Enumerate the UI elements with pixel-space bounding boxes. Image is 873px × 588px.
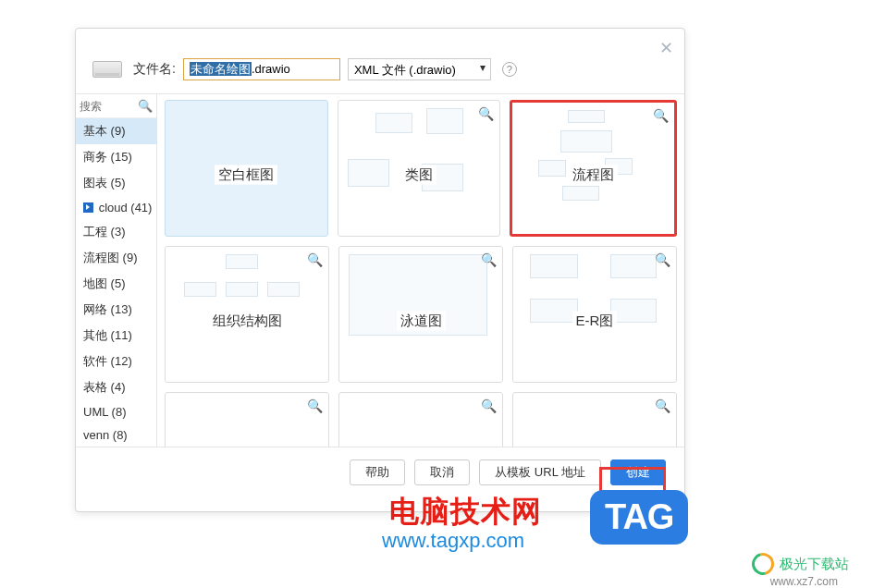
tag-badge: TAG [590,490,688,545]
category-sidebar: 🔍 基本 (9)商务 (15)图表 (5) cloud (41)工程 (3)流程… [76,94,157,447]
zoom-icon[interactable]: 🔍 [481,252,497,267]
dialog-footer: 帮助 取消 从模板 URL 地址 创建 [76,447,684,497]
zoom-icon[interactable]: 🔍 [481,398,497,413]
filename-input[interactable]: 未命名绘图.drawio [183,58,340,80]
template-card[interactable]: 🔍E-R图 [512,246,677,383]
sidebar-item-label: 商务 (15) [83,150,132,164]
template-title: Cross- [571,446,619,447]
template-thumb [175,254,319,349]
template-row: 🔍Sequence🔍Simple🔍Cross- [165,392,677,447]
sidebar-item[interactable]: UML (8) [76,400,156,423]
sidebar-item[interactable]: 图表 (5) [76,170,156,196]
filename-selection: 未命名绘图 [190,62,252,76]
template-title: 类图 [401,165,436,185]
template-row: 空白框图🔍类图🔍流程图 [165,100,677,237]
template-title: 空白框图 [215,165,277,185]
filename-suffix: .drawio [252,62,290,76]
sidebar-item[interactable]: 工程 (3) [76,219,156,245]
templates-grid: 空白框图🔍类图🔍流程图 🔍组织结构图🔍泳道图🔍E-R图 🔍Sequence🔍Si… [157,94,684,447]
search-input[interactable] [80,100,136,113]
play-icon [83,202,93,213]
close-icon[interactable]: ✕ [659,38,673,58]
disk-icon [92,61,122,78]
template-card[interactable]: 🔍Sequence [165,392,329,447]
zoom-icon[interactable]: 🔍 [307,398,323,413]
sidebar-item-label: 工程 (3) [83,225,126,239]
sidebar-item-label: cloud (41) [99,201,153,214]
template-thumb [349,254,493,349]
sidebar-item-label: 图表 (5) [83,176,126,190]
template-title: Sequence [212,446,282,447]
sidebar-item-label: UML (8) [83,405,126,419]
template-title: E-R图 [572,312,618,331]
search-row: 🔍 [76,94,156,118]
zoom-icon[interactable]: 🔍 [655,398,670,413]
sidebar-item-label: 流程图 (9) [83,251,138,264]
sidebar-item[interactable]: 流程图 (9) [76,245,156,271]
sidebar-item-label: 其他 (11) [83,328,132,342]
template-thumb [348,108,491,202]
cancel-button[interactable]: 取消 [414,459,470,485]
template-card[interactable]: 空白框图 [165,100,328,237]
sidebar-item-label: 地图 (5) [83,276,126,290]
zoom-icon[interactable]: 🔍 [653,108,669,123]
template-thumb [523,254,667,349]
sidebar-item[interactable]: 其他 (11) [76,323,156,349]
help-button[interactable]: 帮助 [350,459,405,485]
template-card[interactable]: 🔍泳道图 [338,246,503,383]
sidebar-item[interactable]: 表格 (4) [76,374,156,400]
template-thumb [522,110,665,201]
watermark-title: 电脑技术网 [389,492,542,533]
create-button[interactable]: 创建 [610,459,666,485]
zoom-icon[interactable]: 🔍 [478,106,494,121]
sidebar-item[interactable]: cloud (41) [76,196,156,219]
template-row: 🔍组织结构图🔍泳道图🔍E-R图 [165,246,677,383]
jiguang-url: www.xz7.com [770,575,838,588]
template-card[interactable]: 🔍Cross- [512,392,677,447]
filetype-select[interactable]: XML 文件 (.drawio) [348,58,491,80]
search-icon[interactable]: 🔍 [138,99,153,113]
sidebar-item[interactable]: 地图 (5) [76,271,156,297]
template-card[interactable]: 🔍组织结构图 [165,246,329,383]
template-card[interactable]: 🔍Simple [338,392,503,447]
sidebar-item-label: 基本 (9) [83,124,126,138]
filetype-select-wrap: XML 文件 (.drawio) [348,58,491,80]
from-url-button[interactable]: 从模板 URL 地址 [479,459,601,485]
help-icon[interactable]: ? [502,62,517,77]
zoom-icon[interactable]: 🔍 [655,252,670,267]
template-title: 流程图 [569,165,618,185]
sidebar-item[interactable]: venn (8) [76,423,156,447]
new-file-dialog: ✕ 文件名: 未命名绘图.drawio XML 文件 (.drawio) ? 🔍… [75,28,685,512]
dialog-header: 文件名: 未命名绘图.drawio XML 文件 (.drawio) ? [76,29,684,93]
sidebar-item[interactable]: 网络 (13) [76,297,156,323]
template-title: 组织结构图 [209,312,286,331]
sidebar-item[interactable]: 商务 (15) [76,144,156,170]
dialog-body: 🔍 基本 (9)商务 (15)图表 (5) cloud (41)工程 (3)流程… [76,93,684,447]
filename-label: 文件名: [133,61,176,78]
sidebar-item[interactable]: 软件 (12) [76,349,156,374]
template-title: 泳道图 [397,312,446,331]
sidebar-item[interactable]: 基本 (9) [76,118,156,144]
jiguang-text: 极光下载站 [780,556,849,573]
zoom-icon[interactable]: 🔍 [307,252,323,267]
sidebar-item-label: 网络 (13) [83,302,132,316]
jiguang-brand: 极光下载站 [752,553,849,575]
template-title: Simple [396,446,446,447]
template-card[interactable]: 🔍流程图 [510,100,677,237]
watermark-url: www.tagxp.com [382,529,524,553]
category-list: 基本 (9)商务 (15)图表 (5) cloud (41)工程 (3)流程图 … [76,118,156,447]
template-card[interactable]: 🔍类图 [338,100,501,237]
sidebar-item-label: 表格 (4) [83,380,126,394]
sidebar-item-label: venn (8) [83,428,128,442]
sidebar-item-label: 软件 (12) [83,354,132,368]
